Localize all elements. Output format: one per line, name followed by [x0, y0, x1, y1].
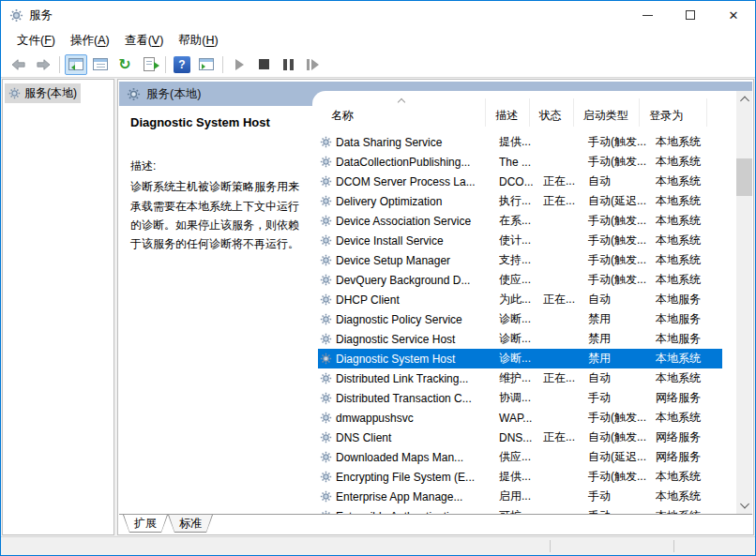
service-row[interactable]: Diagnostic System Host 诊断... 禁用 本地系统 — [318, 349, 722, 368]
vertical-scrollbar[interactable] — [736, 91, 752, 514]
service-logon-as: 本地服务 — [646, 311, 715, 327]
menu-action[interactable]: 操作(A) — [63, 30, 117, 52]
properties-button[interactable] — [89, 54, 112, 75]
minimize-button[interactable] — [626, 1, 669, 29]
pause-icon — [283, 59, 294, 70]
service-row[interactable]: Extensible Authentication... 可扩... 手动 本地… — [318, 506, 722, 514]
show-action-pane-button[interactable] — [195, 54, 218, 75]
scroll-down-icon[interactable] — [740, 500, 749, 509]
service-row[interactable]: Data Sharing Service 提供... 手动(触发... 本地系统 — [318, 132, 722, 152]
service-logon-as: 本地系统 — [646, 370, 715, 386]
service-startup-type: 禁用 — [579, 311, 646, 327]
main-panel: 服务(本地) Diagnostic System Host 描述: 诊断系统主机… — [117, 79, 754, 535]
close-icon: ✕ — [729, 9, 739, 22]
service-name: DevQuery Background D... — [336, 274, 470, 287]
back-button[interactable] — [8, 54, 30, 75]
scrollbar-thumb[interactable] — [736, 158, 752, 196]
service-row[interactable]: Encrypting File System (E... 提供... 手动(触发… — [318, 467, 722, 487]
column-header-status[interactable]: 状态 — [530, 98, 574, 127]
maximize-button[interactable] — [669, 1, 712, 29]
service-list-panel: 名称 描述 状态 启动类型 登录为 Data Sharing Service 提… — [312, 91, 752, 514]
pause-service-button[interactable] — [277, 54, 299, 75]
service-name: Encrypting File System (E... — [336, 471, 475, 484]
service-row[interactable]: Downloaded Maps Man... 供应... 自动(延迟... 网络… — [318, 447, 722, 467]
service-row[interactable]: Diagnostic Policy Service 诊断... 禁用 本地服务 — [318, 309, 722, 329]
service-gear-icon — [320, 293, 332, 306]
service-gear-icon — [320, 254, 332, 266]
menu-file[interactable]: 文件(F) — [9, 30, 63, 52]
forward-arrow-icon — [36, 58, 51, 71]
service-logon-as: 本地系统 — [646, 488, 715, 504]
close-button[interactable]: ✕ — [712, 1, 755, 29]
service-row[interactable]: Distributed Link Tracking... 维护... 正在...… — [318, 368, 722, 388]
service-name: Diagnostic System Host — [336, 353, 455, 366]
service-name: DNS Client — [336, 431, 391, 444]
service-row[interactable]: Delivery Optimization 执行... 正在... 自动(延迟.… — [318, 191, 722, 211]
service-name: Distributed Transaction C... — [336, 392, 472, 405]
column-header-startup-type[interactable]: 启动类型 — [574, 98, 641, 127]
help-button[interactable]: ? — [171, 54, 193, 75]
service-gear-icon — [320, 451, 332, 463]
column-header-description[interactable]: 描述 — [486, 98, 529, 127]
service-gear-icon — [320, 175, 332, 188]
menu-help[interactable]: 帮助(H) — [171, 30, 225, 52]
tree-item-services-local[interactable]: 服务(本地) — [5, 83, 81, 103]
scroll-up-icon[interactable] — [740, 97, 749, 106]
service-row[interactable]: DataCollectionPublishing... The ... 手动(触… — [318, 152, 722, 172]
tab-standard[interactable]: 标准 — [168, 515, 213, 533]
service-description: DCO... — [490, 175, 534, 188]
service-gear-icon — [320, 471, 332, 483]
service-startup-type: 禁用 — [579, 331, 646, 347]
service-description: 提供... — [490, 134, 534, 150]
column-header-name[interactable]: 名称 — [318, 98, 486, 127]
service-name: Distributed Link Tracking... — [336, 372, 468, 385]
service-row[interactable]: DNS Client DNS... 正在... 自动(触发... 网络服务 — [318, 428, 722, 447]
service-gear-icon — [320, 156, 332, 168]
service-row[interactable]: DCOM Server Process La... DCO... 正在... 自… — [318, 172, 722, 191]
service-logon-as: 本地服务 — [646, 292, 715, 308]
service-name: DataCollectionPublishing... — [336, 156, 470, 169]
tab-extended[interactable]: 扩展 — [123, 515, 168, 533]
start-service-button[interactable] — [228, 54, 250, 75]
service-row[interactable]: Enterprise App Manage... 启用... 手动 本地系统 — [318, 487, 722, 506]
service-startup-type: 自动 — [579, 173, 646, 189]
service-logon-as: 本地系统 — [646, 154, 715, 170]
menu-view[interactable]: 查看(V) — [117, 30, 172, 52]
view-tab-strip: 扩展 标准 — [119, 514, 752, 534]
column-header-logon-as[interactable]: 登录为 — [640, 98, 707, 127]
service-description: 执行... — [490, 193, 534, 209]
service-row[interactable]: Distributed Transaction C... 协调... 手动 网络… — [318, 388, 722, 408]
service-logon-as: 本地系统 — [646, 173, 715, 189]
refresh-button[interactable]: ↻ — [113, 54, 136, 75]
services-window: 服务 ✕ 文件(F) 操作(A) 查看(V) 帮助(H) ↻ — [0, 0, 756, 556]
action-pane-icon — [199, 58, 214, 70]
forward-button[interactable] — [32, 54, 54, 75]
service-logon-as: 本地系统 — [646, 469, 715, 485]
tree-item-label: 服务(本地) — [24, 85, 77, 101]
stop-service-button[interactable] — [252, 54, 275, 75]
refresh-icon: ↻ — [118, 57, 130, 72]
service-row[interactable]: Device Install Service 使计... 手动(触发... 本地… — [318, 231, 722, 250]
service-row[interactable]: DHCP Client 为此... 正在... 自动 本地服务 — [318, 290, 722, 309]
services-gear-icon — [127, 87, 141, 101]
properties-icon — [93, 58, 108, 70]
service-row[interactable]: dmwappushsvc WAP... 手动(触发... 本地系统 — [318, 408, 722, 428]
status-bar — [1, 536, 755, 555]
service-startup-type: 自动 — [579, 370, 646, 386]
service-description: DNS... — [490, 431, 534, 444]
service-name: DHCP Client — [336, 293, 400, 307]
service-description: WAP... — [490, 412, 534, 425]
export-list-button[interactable] — [138, 54, 160, 75]
restart-service-button[interactable] — [301, 54, 324, 75]
start-icon — [235, 59, 244, 70]
service-row[interactable]: Diagnostic Service Host 诊断... 禁用 本地服务 — [318, 329, 722, 349]
service-row[interactable]: Device Setup Manager 支持... 手动(触发... 本地系统 — [318, 250, 722, 270]
service-gear-icon — [320, 431, 332, 443]
content-area: 服务(本地) 服务(本地) Diagnostic System Host 描述:… — [1, 79, 755, 535]
service-startup-type: 手动(触发... — [579, 410, 646, 426]
service-row[interactable]: Device Association Service 在系... 手动(触发..… — [318, 211, 722, 231]
show-console-tree-button[interactable] — [65, 54, 87, 75]
service-gear-icon — [320, 490, 332, 503]
statusbar-separator — [673, 540, 674, 552]
service-row[interactable]: DevQuery Background D... 使应... 手动(触发... … — [318, 270, 722, 290]
